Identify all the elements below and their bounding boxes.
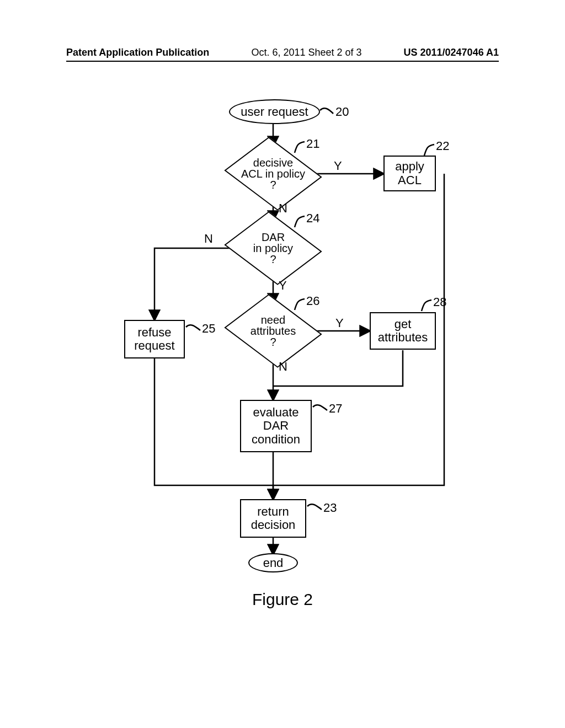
ref-hook-20 [319,105,334,117]
ref-hook-24 [292,214,308,229]
ref-28: 28 [433,295,446,309]
terminator-end: end [248,553,298,572]
ref-hook-28 [419,298,435,313]
process-return: return decision [240,499,306,538]
ref-22: 22 [436,139,449,153]
process-get-attr-label: get attributes [378,318,428,344]
ref-27: 27 [329,402,342,416]
header-right: US 2011/0247046 A1 [404,47,499,58]
ref-hook-23 [306,501,323,513]
branch-21-y: Y [334,159,342,173]
branch-24-y: Y [279,279,287,293]
ref-26: 26 [306,294,319,308]
process-evaluate-label: evaluate DAR condition [252,406,300,446]
branch-24-n: N [204,232,213,246]
process-return-label: return decision [251,505,296,532]
process-refuse-label: refuse request [134,326,174,352]
process-apply-acl: apply ACL [383,156,436,191]
terminator-start: user request [229,99,320,124]
ref-23: 23 [323,501,337,515]
figure-caption: Figure 2 [0,590,565,609]
ref-25: 25 [202,322,215,336]
ref-hook-22 [422,142,438,158]
ref-24: 24 [306,211,319,226]
ref-21: 21 [306,137,319,151]
terminator-end-label: end [263,556,284,569]
branch-26-y: Y [335,316,344,330]
ref-hook-27 [312,402,328,414]
ref-20: 20 [335,105,349,119]
terminator-start-label: user request [241,105,308,118]
ref-hook-21 [292,140,308,155]
process-evaluate: evaluate DAR condition [240,400,312,452]
ref-hook-25 [185,322,201,334]
flowchart-canvas: user request 20 decisive ACL in policy ?… [116,94,469,574]
page-header: Patent Application Publication Oct. 6, 2… [66,47,499,62]
branch-26-n: N [279,360,287,374]
process-get-attr: get attributes [370,312,436,350]
process-apply-acl-label: apply ACL [395,160,424,186]
branch-21-n: N [279,201,287,216]
header-mid: Oct. 6, 2011 Sheet 2 of 3 [251,47,361,58]
header-left: Patent Application Publication [66,47,209,58]
process-refuse: refuse request [124,320,185,358]
ref-hook-26 [292,297,308,312]
